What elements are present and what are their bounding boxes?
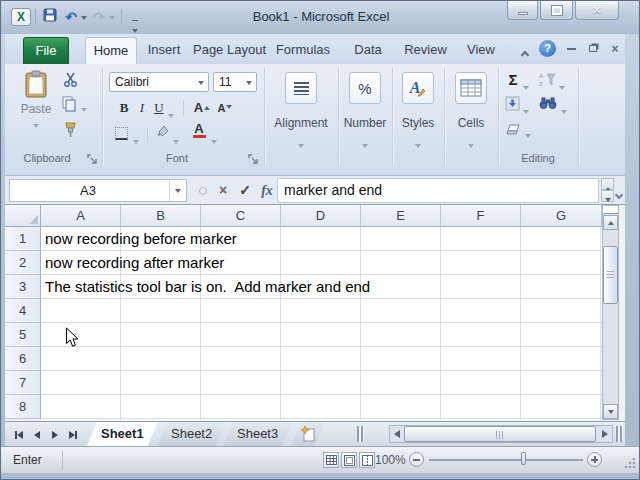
clear-button[interactable] — [505, 122, 522, 140]
font-size-combo[interactable]: 11 — [213, 72, 257, 92]
select-all-corner[interactable] — [5, 205, 41, 227]
sort-filter-dropdown[interactable] — [559, 78, 565, 96]
cancel-button[interactable]: × — [213, 180, 233, 201]
number-dropdown[interactable] — [338, 136, 392, 154]
alignment-dropdown[interactable] — [264, 136, 338, 154]
workbook-close-button[interactable]: × — [605, 41, 625, 57]
sheet-tab-sheet2[interactable]: Sheet2 — [157, 422, 226, 446]
group-number[interactable]: % Number — [338, 64, 392, 175]
copy-dropdown[interactable] — [81, 100, 87, 118]
zoom-slider-track[interactable] — [429, 459, 583, 461]
tab-formulas[interactable]: Formulas — [272, 37, 334, 64]
font-dialog-launcher[interactable] — [248, 154, 260, 166]
column-header-e[interactable]: E — [361, 205, 441, 227]
row-header-6[interactable]: 6 — [5, 347, 41, 371]
formula-bar-resize-dimple[interactable] — [199, 187, 207, 195]
workbook-minimize-button[interactable] — [561, 41, 581, 57]
row-header-2[interactable]: 2 — [5, 251, 41, 275]
row-header-8[interactable]: 8 — [5, 395, 41, 419]
formula-bar-scroll-down[interactable] — [601, 190, 614, 202]
vertical-scrollbar[interactable] — [602, 205, 619, 420]
alignment-button[interactable] — [285, 72, 317, 104]
paste-button[interactable]: Paste — [13, 70, 59, 148]
autosum-dropdown[interactable] — [523, 78, 529, 96]
tab-data[interactable]: Data — [344, 37, 392, 64]
insert-function-button[interactable]: fx — [257, 180, 277, 201]
scroll-left-button[interactable] — [390, 426, 404, 442]
horizontal-scrollbar[interactable] — [389, 425, 613, 443]
window-resize-grip[interactable] — [622, 455, 637, 470]
formula-input[interactable]: marker and end — [277, 178, 599, 203]
column-header-d[interactable]: D — [281, 205, 361, 227]
zoom-out-button[interactable] — [409, 452, 424, 467]
help-button[interactable]: ? — [539, 40, 556, 57]
page-layout-view-button[interactable] — [341, 452, 357, 468]
group-alignment[interactable]: Alignment — [264, 64, 338, 175]
fill-dropdown[interactable] — [523, 102, 529, 120]
row-header-4[interactable]: 4 — [5, 299, 41, 323]
underline-button[interactable]: U — [151, 98, 167, 118]
close-button[interactable]: × — [575, 1, 619, 20]
tab-view[interactable]: View — [458, 37, 504, 64]
zoom-level[interactable]: 100% — [375, 453, 406, 467]
next-sheet-button[interactable] — [46, 426, 63, 443]
scroll-down-button[interactable] — [603, 404, 618, 419]
font-color-dropdown[interactable] — [211, 132, 217, 150]
maximize-button[interactable] — [540, 1, 573, 20]
tab-home[interactable]: Home — [85, 37, 137, 64]
group-styles[interactable]: A Styles — [392, 64, 444, 175]
decrease-font-button[interactable]: A — [215, 98, 235, 118]
cells-dropdown[interactable] — [444, 136, 498, 154]
borders-button[interactable] — [115, 126, 128, 144]
copy-button[interactable] — [61, 96, 81, 116]
row-header-3[interactable]: 3 — [5, 275, 41, 299]
fill-color-dropdown[interactable] — [173, 132, 179, 150]
tab-insert[interactable]: Insert — [142, 37, 186, 64]
font-color-button[interactable]: A — [191, 123, 207, 138]
row-header-1[interactable]: 1 — [5, 227, 41, 251]
previous-sheet-button[interactable] — [28, 426, 45, 443]
scroll-up-button[interactable] — [603, 215, 618, 230]
column-header-b[interactable]: B — [121, 205, 201, 227]
tab-file[interactable]: File — [23, 37, 69, 64]
enter-button[interactable]: ✓ — [235, 180, 255, 201]
page-break-view-button[interactable] — [359, 452, 375, 468]
horizontal-split-handle[interactable] — [616, 426, 623, 442]
row-header-7[interactable]: 7 — [5, 371, 41, 395]
fill-button[interactable] — [505, 96, 520, 115]
formula-bar-scroll-up[interactable] — [601, 178, 614, 190]
underline-dropdown[interactable] — [168, 106, 174, 124]
workbook-restore-button[interactable] — [583, 41, 603, 57]
vertical-scroll-thumb[interactable] — [603, 246, 618, 304]
sheet-tab-sheet1[interactable]: Sheet1 — [87, 422, 158, 446]
clear-dropdown[interactable] — [525, 126, 531, 144]
italic-button[interactable]: I — [135, 98, 149, 118]
find-select-dropdown[interactable] — [561, 102, 567, 120]
column-header-a[interactable]: A — [41, 205, 121, 227]
row-header-5[interactable]: 5 — [5, 323, 41, 347]
cells-button[interactable] — [455, 72, 487, 104]
format-painter-button[interactable] — [63, 122, 83, 142]
tab-split-handle[interactable] — [357, 426, 364, 442]
bold-button[interactable]: B — [115, 98, 133, 118]
clipboard-dialog-launcher[interactable] — [87, 154, 99, 166]
vertical-split-box[interactable] — [603, 206, 618, 214]
expand-formula-bar-button[interactable] — [616, 184, 622, 202]
increase-font-button[interactable]: A — [191, 98, 213, 118]
styles-dropdown[interactable] — [392, 136, 444, 154]
number-format-button[interactable]: % — [349, 72, 381, 104]
last-sheet-button[interactable] — [64, 426, 81, 443]
horizontal-scroll-thumb[interactable] — [404, 426, 596, 442]
tab-review[interactable]: Review — [397, 37, 454, 64]
autosum-button[interactable]: Σ — [505, 70, 521, 90]
normal-view-button[interactable] — [323, 452, 339, 468]
cut-button[interactable] — [63, 72, 83, 92]
first-sheet-button[interactable] — [10, 426, 27, 443]
sort-filter-button[interactable]: A Z — [539, 72, 556, 91]
minimize-ribbon-button[interactable] — [516, 44, 534, 62]
column-header-f[interactable]: F — [441, 205, 521, 227]
fill-color-button[interactable] — [155, 124, 171, 143]
scroll-right-button[interactable] — [598, 426, 612, 442]
borders-dropdown[interactable] — [133, 132, 139, 150]
minimize-button[interactable] — [507, 1, 538, 20]
